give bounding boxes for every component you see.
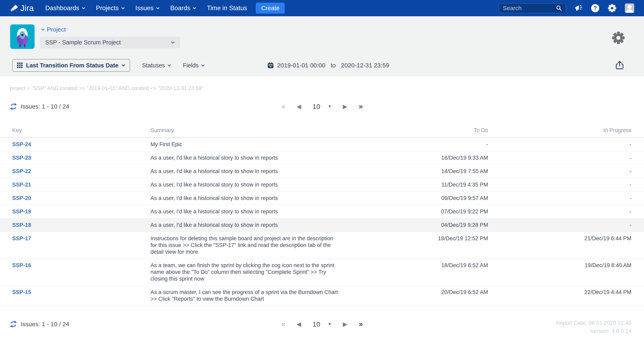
issue-key-cell: SSP-22	[10, 165, 150, 178]
date-range-picker[interactable]: 2019-01-01 00:00 to 2020-12-31 23:59	[267, 62, 389, 69]
inprogress-date-cell: -	[488, 151, 632, 164]
search-icon[interactable]	[556, 5, 562, 12]
todo-date-cell: 07/Dec/19 9:22 PM	[342, 205, 488, 218]
todo-date-cell: 14/Dec/19 7:55 AM	[342, 165, 488, 178]
issue-key-link[interactable]: SSP-18	[12, 222, 31, 228]
issue-summary-cell: As a user, I'd like a historical story t…	[150, 165, 342, 178]
issue-summary-text: As a user, I'd like a historical story t…	[150, 154, 340, 161]
issue-summary-cell: As a scrum master, I can see the progres…	[150, 286, 342, 306]
issue-key-cell: SSP-17	[10, 232, 150, 259]
issue-summary-text: As a user, I'd like a historical story t…	[150, 168, 340, 175]
issue-summary-text: As a user, I'd like a historical story t…	[150, 195, 340, 202]
gear-icon[interactable]	[608, 4, 616, 13]
issue-summary-cell: As a user, I'd like a historical story t…	[150, 219, 342, 232]
issue-key-link[interactable]: SSP-15	[12, 289, 31, 295]
nav-item-projects[interactable]: Projects	[96, 5, 125, 12]
settings-gear-icon[interactable]	[612, 31, 625, 44]
export-icon[interactable]	[615, 60, 624, 70]
project-selector-group: Project SSP - Sample Scrum Project	[40, 26, 180, 48]
issue-summary-cell: As a user, I'd like a historical story t…	[150, 192, 342, 205]
inprogress-date-cell: 19/Dec/19 8:40 AM	[488, 259, 632, 285]
todo-date-cell: 16/Dec/19 9:33 AM	[342, 151, 488, 164]
help-icon[interactable]: ?	[591, 4, 599, 12]
megaphone-icon[interactable]	[574, 4, 582, 12]
chevron-down-icon	[156, 7, 160, 10]
inprogress-date-cell: -	[488, 219, 632, 232]
issue-key-link[interactable]: SSP-24	[12, 141, 31, 147]
issue-key-link[interactable]: SSP-17	[12, 235, 31, 242]
issue-summary-cell: My First Epic	[150, 138, 342, 151]
inprogress-date-cell: 22/Dec/19 4:44 PM	[488, 286, 632, 306]
issue-key-link[interactable]: SSP-23	[12, 155, 31, 161]
next-page-button[interactable]: ▶	[343, 104, 347, 110]
project-select[interactable]: SSP - Sample Scrum Project	[40, 37, 180, 48]
chevron-down-icon	[167, 64, 171, 67]
create-button[interactable]: Create	[256, 3, 285, 14]
nav-item-boards[interactable]: Boards	[170, 5, 196, 12]
logo-text: Jira	[20, 4, 34, 13]
nav-item-time-in-status[interactable]: Time in Status	[207, 5, 247, 12]
issue-summary-text: As a scrum master, I can see the progres…	[150, 289, 340, 302]
date-from: 2019-01-01 00:00	[277, 62, 325, 69]
table-row: SSP-19 As a user, I'd like a historical …	[0, 205, 644, 218]
table-row: SSP-23 As a user, I'd like a historical …	[0, 151, 644, 164]
fields-dropdown[interactable]: Fields	[183, 62, 204, 69]
report-type-button[interactable]: Last Transition From Status Date	[12, 59, 130, 72]
project-avatar	[10, 25, 34, 49]
jira-logo[interactable]: Jira	[10, 4, 34, 13]
table-row: SSP-24 My First Epic - -	[0, 138, 644, 151]
inprogress-date-cell: -	[488, 178, 632, 191]
last-page-button[interactable]: »	[359, 320, 363, 328]
first-page-button[interactable]: «	[281, 320, 285, 328]
next-page-button[interactable]: ▶	[343, 321, 347, 327]
jira-logo-icon	[10, 4, 18, 13]
statuses-dropdown[interactable]: Statuses	[142, 62, 171, 69]
column-header-inprogress: In Progress	[488, 127, 632, 133]
chevron-down-icon	[192, 7, 196, 10]
issue-key-link[interactable]: SSP-20	[12, 195, 31, 201]
search-input[interactable]	[502, 5, 556, 12]
calendar-icon	[267, 62, 274, 69]
page-size-select[interactable]: 10 ▼	[312, 320, 332, 328]
prev-page-button[interactable]: ◀	[297, 104, 301, 110]
user-avatar[interactable]	[625, 4, 634, 13]
chevron-down-icon	[121, 7, 125, 10]
issue-summary-cell: As a user, I'd like a historical story t…	[150, 205, 342, 218]
todo-date-cell: 09/Dec/19 9:57 AM	[342, 192, 488, 205]
project-label[interactable]: Project	[40, 26, 180, 33]
table-row: SSP-15 As a scrum master, I can see the …	[0, 285, 644, 306]
issue-key-cell: SSP-23	[10, 151, 150, 164]
last-page-button[interactable]: »	[359, 103, 363, 110]
issue-summary-cell: As a user, I'd like a historical story t…	[150, 178, 342, 191]
issues-count-top: Issues: 1 - 10 / 24	[10, 103, 69, 110]
column-header-summary: Summary	[150, 127, 342, 133]
todo-date-cell: 18/Dec/19 6:52 AM	[342, 259, 488, 285]
issues-count-bottom: Issues: 1 - 10 / 24	[10, 320, 69, 328]
issue-summary-text: As a user, I'd like a historical story t…	[150, 182, 340, 188]
search-box[interactable]	[499, 3, 566, 13]
issue-key-cell: SSP-20	[10, 192, 150, 205]
issue-key-link[interactable]: SSP-21	[12, 182, 31, 188]
nav-item-issues[interactable]: Issues	[136, 5, 160, 12]
first-page-button[interactable]: «	[281, 103, 285, 110]
refresh-icon[interactable]	[10, 103, 17, 110]
inprogress-date-cell: -	[488, 138, 632, 151]
nav-item-dashboards[interactable]: Dashboards	[45, 5, 85, 12]
chevron-down-icon	[201, 64, 205, 67]
issue-key-link[interactable]: SSP-16	[12, 262, 31, 268]
issue-key-link[interactable]: SSP-22	[12, 168, 31, 174]
issue-summary-text: Instructions for deleting this sample bo…	[150, 235, 340, 255]
page-size-select[interactable]: 10 ▼	[312, 103, 332, 111]
report-version: Version: 4.6.0.14	[556, 327, 632, 335]
report-meta: Report Date: 06.01.2020 12:46 Version: 4…	[556, 319, 632, 335]
issue-summary-text: As a user, I'd like a historical story t…	[150, 222, 340, 228]
nav-menu: Dashboards Projects Issues Boards Time i…	[45, 5, 247, 12]
issue-key-link[interactable]: SSP-19	[12, 209, 31, 215]
table-body: SSP-24 My First Epic - - SSP-23 As a use…	[0, 138, 644, 306]
refresh-icon[interactable]	[10, 320, 17, 328]
table-row: SSP-20 As a user, I'd like a historical …	[0, 191, 644, 205]
page-size-value: 10	[312, 320, 320, 328]
chevron-down-icon	[171, 41, 175, 44]
filter-row: Last Transition From Status Date Statuse…	[12, 59, 644, 72]
prev-page-button[interactable]: ◀	[297, 321, 301, 327]
